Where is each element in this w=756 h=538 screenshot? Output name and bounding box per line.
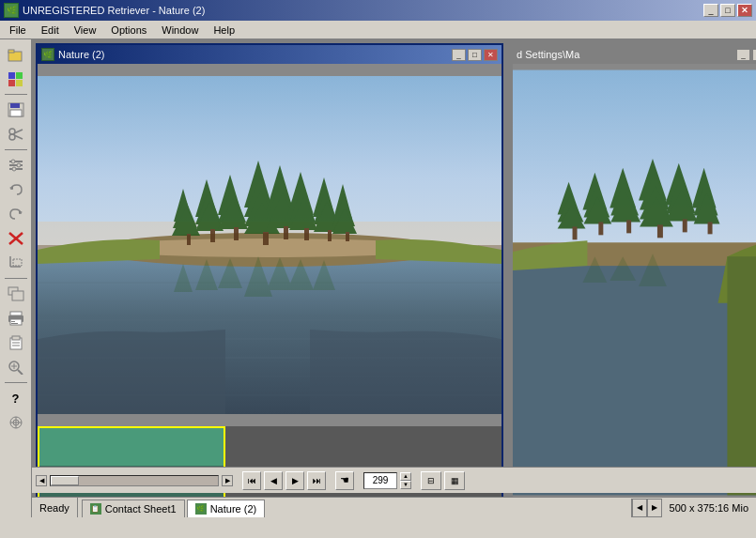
- contactsheet-icon: 📋: [90, 503, 101, 515]
- content-area: 🌿 Nature (2) _ □ ✕: [32, 39, 756, 517]
- nature-title-bar[interactable]: 🌿 Nature (2) _ □ ✕: [38, 45, 501, 64]
- svg-rect-114: [626, 220, 631, 233]
- nature-tab-icon: 🌿: [195, 503, 207, 515]
- svg-rect-2: [8, 72, 15, 79]
- tool-print[interactable]: [3, 307, 29, 330]
- tool-resize[interactable]: [3, 283, 29, 305]
- status-bar: Ready 📋 Contact Sheet1 🌿 Nature (2) ◀ ▶ …: [32, 497, 756, 517]
- tool-help[interactable]: ?: [3, 387, 29, 409]
- svg-rect-110: [598, 222, 603, 235]
- nature-maximize-btn[interactable]: □: [468, 49, 482, 61]
- svg-rect-65: [210, 229, 215, 242]
- svg-rect-100: [513, 70, 756, 257]
- svg-rect-74: [263, 232, 269, 245]
- tool-scissors[interactable]: [3, 123, 29, 146]
- close-button[interactable]: ✕: [737, 4, 752, 17]
- tool-save[interactable]: [3, 99, 29, 121]
- svg-rect-119: [657, 224, 663, 238]
- grid-btn[interactable]: ▦: [444, 471, 465, 490]
- menu-options[interactable]: Options: [103, 23, 154, 38]
- sep2: [5, 149, 27, 150]
- page-spinner[interactable]: ▲ ▼: [400, 472, 411, 489]
- tool-clipboard[interactable]: [3, 331, 29, 354]
- svg-rect-3: [16, 72, 23, 79]
- svg-point-16: [11, 160, 15, 163]
- svg-rect-123: [683, 219, 687, 232]
- nav-bar: ◀ ▶ ⏮ ◀ ▶ ⏭ ☚ ▲ ▼ ⊟ ▦: [32, 467, 756, 493]
- tool-zoom[interactable]: [3, 356, 29, 378]
- page-down-btn[interactable]: ▼: [400, 481, 411, 489]
- scroll-left-btn[interactable]: ◀: [36, 475, 47, 486]
- tool-extra[interactable]: [3, 411, 29, 434]
- second-title-bar[interactable]: d Settings\Ma _ □ ✕: [513, 45, 756, 64]
- menu-window[interactable]: Window: [154, 23, 206, 38]
- main-title-bar: 🌿 UNREGISTERED Retriever - Nature (2) _ …: [0, 0, 756, 21]
- maximize-button[interactable]: □: [720, 4, 735, 17]
- svg-rect-78: [284, 226, 288, 239]
- second-minimize-btn[interactable]: _: [736, 49, 750, 61]
- second-maximize-btn[interactable]: □: [752, 49, 756, 61]
- nature-minimize-btn[interactable]: _: [452, 49, 466, 61]
- nature-window: 🌿 Nature (2) _ □ ✕: [36, 43, 503, 511]
- status-tab-nature[interactable]: 🌿 Nature (2): [187, 500, 266, 518]
- minimize-button[interactable]: _: [703, 4, 718, 17]
- svg-rect-90: [346, 232, 349, 241]
- sep3: [5, 278, 27, 279]
- next-page-btn[interactable]: ▶: [285, 471, 304, 490]
- svg-rect-128: [727, 256, 756, 495]
- tool-open[interactable]: [3, 43, 29, 66]
- menu-view[interactable]: View: [67, 23, 104, 38]
- second-window-title: d Settings\Ma: [517, 49, 579, 60]
- nature-window-icon: 🌿: [41, 48, 54, 61]
- svg-rect-4: [8, 80, 15, 86]
- last-page-btn[interactable]: ⏭: [307, 471, 326, 490]
- status-tab2-label: Nature (2): [210, 503, 257, 515]
- nav-scrollbar-thumb: [51, 476, 79, 485]
- tool-redo[interactable]: [3, 203, 29, 225]
- svg-rect-7: [10, 103, 20, 108]
- svg-point-17: [17, 163, 21, 167]
- svg-rect-69: [234, 227, 239, 240]
- nature-image: [38, 64, 501, 426]
- status-scroll-arrows: ◀ ▶: [631, 499, 662, 517]
- page-up-btn[interactable]: ▲: [400, 472, 411, 481]
- fit-btn[interactable]: ⊟: [421, 471, 441, 490]
- tool-crop[interactable]: [3, 252, 29, 274]
- nature-window-title: Nature (2): [58, 49, 105, 60]
- menu-help[interactable]: Help: [206, 23, 242, 38]
- tool-color[interactable]: [3, 68, 29, 90]
- toolbar: ?: [0, 39, 32, 517]
- svg-rect-34: [12, 336, 20, 340]
- status-right-arrow[interactable]: ▶: [647, 499, 662, 517]
- svg-line-38: [18, 370, 23, 375]
- tool-delete[interactable]: [3, 227, 29, 250]
- svg-rect-82: [304, 228, 309, 240]
- svg-rect-86: [328, 230, 332, 241]
- first-page-btn[interactable]: ⏮: [242, 471, 261, 490]
- menu-edit[interactable]: Edit: [34, 23, 67, 38]
- hand-tool-btn[interactable]: ☚: [335, 471, 354, 490]
- second-window: d Settings\Ma _ □ ✕: [511, 43, 756, 503]
- svg-rect-31: [11, 321, 15, 322]
- svg-rect-106: [573, 226, 578, 239]
- svg-rect-28: [10, 312, 22, 315]
- menu-bar: File Edit View Options Window Help: [0, 21, 756, 39]
- status-dimensions: 500 x 375:16 Mio: [662, 502, 756, 514]
- status-tab-contactsheet[interactable]: 📋 Contact Sheet1: [82, 500, 185, 518]
- status-left-arrow[interactable]: ◀: [632, 499, 647, 517]
- svg-rect-32: [11, 323, 18, 324]
- tool-undo[interactable]: [3, 178, 29, 201]
- nav-scrollbar[interactable]: [50, 475, 219, 486]
- menu-file[interactable]: File: [2, 23, 34, 38]
- page-number-input[interactable]: [363, 472, 397, 489]
- prev-page-btn[interactable]: ◀: [264, 471, 283, 490]
- tool-settings[interactable]: [3, 154, 29, 177]
- svg-rect-101: [513, 256, 756, 495]
- sep4: [5, 382, 27, 383]
- svg-rect-5: [16, 80, 23, 86]
- app-title: UNREGISTERED Retriever - Nature (2): [23, 5, 205, 16]
- status-tabs: 📋 Contact Sheet1 🌿 Nature (2): [78, 498, 631, 518]
- nature-close-btn[interactable]: ✕: [484, 49, 498, 61]
- scroll-right-btn[interactable]: ▶: [222, 475, 233, 486]
- svg-rect-127: [708, 222, 713, 234]
